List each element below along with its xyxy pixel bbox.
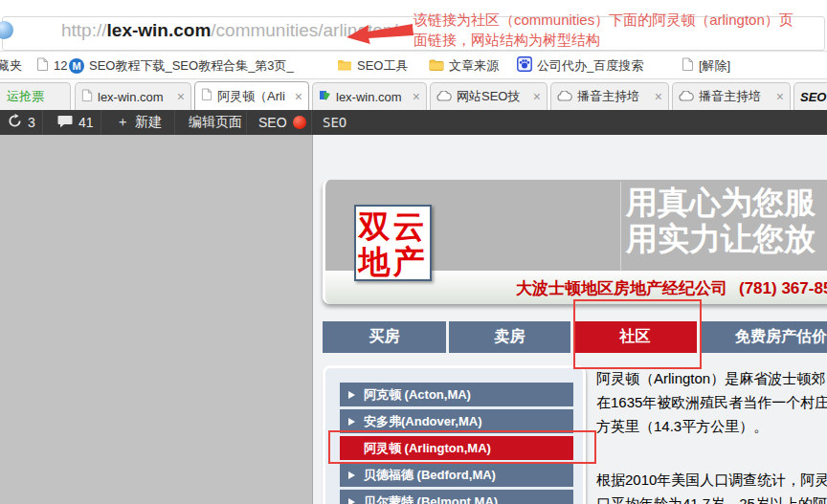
header-divider xyxy=(620,182,621,271)
plus-icon: ＋ xyxy=(116,114,129,131)
wp-seo-menu[interactable]: SEO xyxy=(258,110,306,135)
admin-bar-separator xyxy=(174,110,175,135)
cloud-icon xyxy=(679,90,694,104)
tab-broadcast-2[interactable]: 播音主持培 × xyxy=(672,82,791,110)
annotation-box-communities xyxy=(573,299,702,369)
cloud-icon xyxy=(436,90,452,104)
tab-close-icon[interactable]: × xyxy=(776,90,784,103)
tab-close-icon[interactable]: × xyxy=(533,90,541,103)
nav-free-valuation[interactable]: 免费房产估价 xyxy=(700,321,827,353)
cloud-icon xyxy=(557,90,572,104)
site-logo-icon xyxy=(319,89,331,104)
wp-seo-menu-2[interactable]: SEO xyxy=(323,110,346,135)
admin-bar-separator xyxy=(42,110,43,135)
page-icon xyxy=(36,57,49,75)
tab-close-icon[interactable]: × xyxy=(413,90,420,103)
bookmark-folder[interactable]: 文章来源 xyxy=(429,53,499,78)
annotation-text-line1: 该链接为社区（communities）下面的阿灵顿（arlington）页 xyxy=(414,11,793,30)
baidu-paw-icon xyxy=(517,56,532,75)
sidebar-item-bedford[interactable]: 贝德福德 (Bedford,MA) xyxy=(340,463,573,487)
wp-edit-page-button[interactable]: 编辑页面 xyxy=(189,110,242,135)
wp-updates-button[interactable]: 3 xyxy=(8,110,35,135)
bookmark-item[interactable]: 12 xyxy=(36,53,67,78)
annotation-text-line2: 面链接，网站结构为树型结构 xyxy=(414,32,600,50)
bookmark-folder[interactable]: SEO工具 xyxy=(337,53,408,78)
slogan-line1: 用真心为您服 xyxy=(626,185,816,221)
nav-buy[interactable]: 买房 xyxy=(323,321,446,353)
m-badge-icon: M xyxy=(69,58,84,74)
tab-arlington-active[interactable]: 阿灵顿（Arli × xyxy=(194,81,309,110)
tab-close-icon[interactable]: × xyxy=(655,90,662,103)
refresh-icon xyxy=(8,114,22,131)
tab-close-icon[interactable]: × xyxy=(177,90,185,103)
phone-number: (781) 367-85 xyxy=(739,279,827,297)
wp-new-button[interactable]: ＋ 新建 xyxy=(116,110,162,135)
seo-status-dot-icon xyxy=(293,116,306,129)
admin-bar-separator xyxy=(311,110,312,135)
site-header: 双云 地产 用真心为您服 用实力让您放 大波士顿地区房地产经纪公司(781) 3… xyxy=(323,180,827,304)
tab-ticket[interactable]: 运抢票 xyxy=(0,82,71,110)
wp-comments-button[interactable]: 41 xyxy=(57,110,94,135)
nav-sell[interactable]: 卖房 xyxy=(449,321,570,353)
tab-seo-tech[interactable]: 网站SEO技 × xyxy=(430,82,548,110)
bookmark-item[interactable]: M SEO教程下载_SEO教程合集_第3页_ xyxy=(69,53,294,78)
bookmark-favorites-label[interactable]: 收藏夹 xyxy=(0,53,22,78)
article-paragraph-2: 根据2010年美国人口调查统计，阿灵 口平均年龄为41.7岁。25岁以上的阿 xyxy=(596,468,827,504)
tab-seo-site[interactable]: SEO 网站 xyxy=(793,82,827,110)
sidebar-item-belmont[interactable]: 贝尔蒙特 (Belmont,MA) xyxy=(340,490,573,504)
wp-admin-bar: 3 41 ＋ 新建 编辑页面 SEO SEO xyxy=(0,110,827,135)
browser-window: http://lex-win.com/communities/arlington… xyxy=(0,0,827,504)
page-icon xyxy=(81,89,93,105)
admin-bar-separator xyxy=(246,110,247,135)
url-domain: lex-win.com xyxy=(107,20,212,40)
folder-icon xyxy=(429,58,444,74)
admin-bar-separator xyxy=(101,110,101,135)
company-line: 大波士顿地区房地产经纪公司(781) 367-85 xyxy=(516,277,827,299)
chevron-right-icon xyxy=(348,498,355,504)
folder-icon xyxy=(337,58,352,74)
site-slogan: 用真心为您服 用实力让您放 xyxy=(626,185,816,257)
bookmarks-bar: 收藏夹 12 M SEO教程下载_SEO教程合集_第3页_ SEO工具 文章来源… xyxy=(0,53,827,79)
page-icon xyxy=(682,57,694,75)
sidebar-item-acton[interactable]: 阿克顿 (Acton,MA) xyxy=(340,383,573,406)
url-scheme: http:// xyxy=(61,20,107,40)
tab-close-icon[interactable]: × xyxy=(295,90,302,103)
tab-lexwin-1[interactable]: lex-win.com × xyxy=(75,82,191,110)
logo-text-line2: 地产 xyxy=(356,244,430,279)
slogan-line2: 用实力让您放 xyxy=(626,221,816,257)
tab-broadcast-1[interactable]: 播音主持培 × xyxy=(550,82,669,110)
site-logo[interactable]: 双云 地产 xyxy=(354,205,432,281)
page-icon xyxy=(201,88,212,104)
chevron-right-icon xyxy=(348,391,355,399)
bookmark-item[interactable]: [解除] xyxy=(682,53,730,78)
company-name: 大波士顿地区房地产经纪公司 xyxy=(516,279,727,297)
article-paragraph-1: 阿灵顿（Arlington）是麻省波士顿郊 在1635年被欧洲殖民者当作一个村庄… xyxy=(596,366,827,438)
bookmark-item[interactable]: 公司代办_百度搜索 xyxy=(517,53,643,78)
tab-lexwin-2[interactable]: lex-win.com × xyxy=(312,82,427,110)
annotation-box-arlington xyxy=(328,430,596,464)
gray-overlay-panel xyxy=(0,135,313,504)
chevron-right-icon xyxy=(348,418,355,426)
logo-text-line1: 双云 xyxy=(356,208,430,244)
chevron-right-icon xyxy=(348,471,355,479)
comment-bubble-icon xyxy=(57,115,73,131)
